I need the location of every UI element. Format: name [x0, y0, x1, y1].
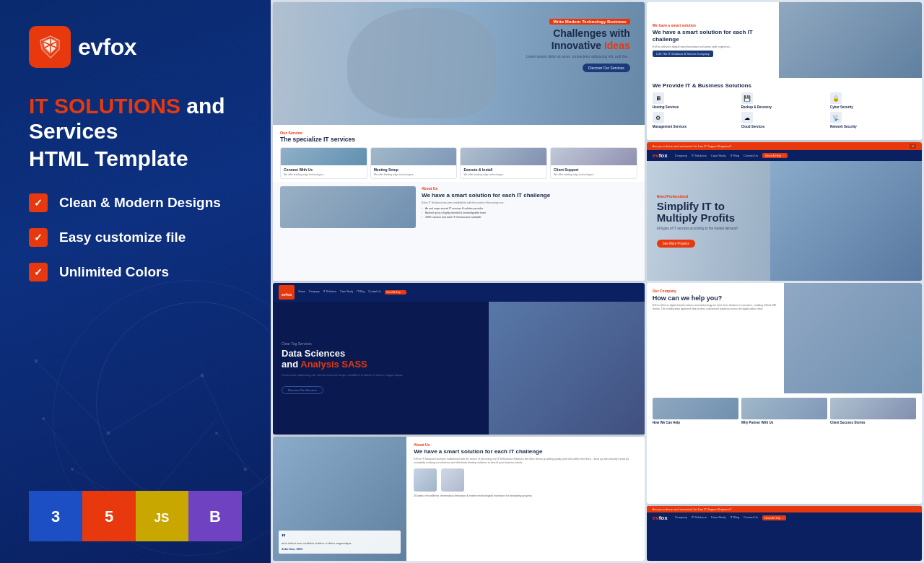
bl2-cert-img: [414, 468, 437, 492]
tr2-announce-close[interactable]: ✕: [910, 144, 916, 149]
br1-card-img-3: [830, 398, 916, 419]
ms-card-title-1: Connect With Us: [284, 167, 364, 172]
tr1-svc-label-3: Cyber Security: [830, 105, 916, 109]
screenshot-br-1: Our Company How can we help you? EvFox d…: [647, 283, 922, 504]
br2-nav-2[interactable]: IT Solutions: [692, 515, 707, 520]
br1-card-label-2: Why Partner With Us: [741, 419, 827, 426]
ms-smart-tag: About Us: [422, 186, 550, 191]
ms-hero-btn[interactable]: Discover Our Services: [583, 64, 630, 72]
br2-nav: evfox Company IT Solutions Case Study IT…: [647, 512, 922, 523]
bl1-nav-2[interactable]: Company: [309, 290, 320, 294]
bl1-title-l2: and: [282, 359, 300, 370]
bl2-cert-img-2: [441, 468, 464, 492]
ms-title-l1: Challenges with: [553, 27, 630, 39]
tr2-title-l2: Multiply Profits: [657, 211, 735, 224]
bl1-nav-3[interactable]: IT Solutions: [323, 290, 336, 294]
check-icon-2: [29, 228, 48, 247]
tr2-title-l1: Simplify IT to: [657, 200, 725, 212]
screenshot-br-2: Are you a driven and motivated 1st Line …: [647, 506, 922, 562]
tr2-announce-bar: Are you a driven and motivated 1st Line …: [647, 142, 922, 150]
bl1-nav-6[interactable]: Contact Us: [368, 290, 380, 294]
bl2-cert-area: [414, 468, 637, 492]
tr1-services-grid: 🖥 Hosting Services 💾 Backup & Recovery 🔒: [653, 92, 916, 128]
tr2-pretag: Need Professional: [657, 194, 738, 198]
ms-hero-title: Challenges with Innovative Ideas: [526, 27, 630, 52]
ms-card-3: Execute & Install We offer leading-edge …: [460, 147, 547, 180]
screenshot-top-right: We have a smart solution We have a smart…: [647, 2, 922, 281]
bl1-title: Data Sciences and Analysis SASS: [282, 349, 636, 370]
bl1-btn[interactable]: Discover Our Services: [282, 386, 323, 394]
svg-line-0: [36, 361, 108, 433]
badge-bootstrap: B: [188, 491, 242, 541]
svg-point-12: [71, 468, 74, 471]
br2-nav-4[interactable]: IT Blog: [731, 515, 740, 520]
br2-nav-1[interactable]: Company: [675, 515, 687, 520]
bl1-nav-7[interactable]: Need A Help →: [385, 290, 406, 294]
tr2-nav-item-5[interactable]: Contact Us: [744, 154, 758, 157]
bl2-about-tag: About Us: [414, 442, 637, 447]
screenshot-bl-2: " ad ut dolores tenur incididunt ut labo…: [273, 437, 645, 561]
svg-line-2: [202, 375, 245, 469]
br1-top: Our Company How can we help you? EvFox d…: [647, 283, 922, 393]
ms-card-text-4: We offer leading-edge technologies...: [554, 173, 634, 177]
svg-point-8: [107, 432, 110, 435]
br2-nav-5[interactable]: Contact Us: [744, 515, 758, 520]
ms-smart-title: We have a smart solution for each IT cha…: [422, 192, 550, 199]
tr1-svc-label-2: Backup & Recovery: [741, 105, 827, 109]
ms-smart-text: Evfox IT Solutions has been established …: [422, 201, 550, 205]
logo-icon: [29, 26, 71, 68]
ms-card-img-3: [461, 148, 546, 165]
bl2-img: " ad ut dolores tenur incididunt ut labo…: [273, 437, 406, 561]
br2-nav-3[interactable]: Case Study: [711, 515, 726, 520]
br1-pretag: Our Company: [653, 289, 779, 293]
tr2-btn[interactable]: See More Projects: [657, 240, 695, 248]
tr2-nav-item-1[interactable]: Company: [675, 154, 687, 157]
br2-nav-6[interactable]: Need A Help →: [762, 515, 786, 520]
feature-label-3: Unlimited Colors: [59, 264, 169, 280]
br2-announce: Are you a driven and motivated 1st Line …: [647, 506, 922, 512]
ms-hero: Write Modern Technology Business Challen…: [273, 2, 645, 125]
tr1-svc-label-5: Cloud Services: [741, 125, 827, 128]
ms-title-highlight: Ideas: [604, 40, 630, 51]
tr1-svc-1: 🖥 Hosting Services: [653, 92, 738, 109]
tr2-person-img: [770, 161, 922, 280]
tr1-svc-2: 💾 Backup & Recovery: [741, 92, 827, 109]
ms-card-4: Client Support We offer leading-edge tec…: [550, 147, 637, 180]
feature-label-1: Clean & Modern Designs: [59, 195, 221, 211]
bl1-nav: evfox Home Company IT Solutions Case Stu…: [273, 283, 645, 302]
br1-hero-img: [784, 283, 922, 393]
tr2-nav-item-6[interactable]: Need A Help →: [762, 153, 788, 158]
tr1-sub: EvFox delivers digital transformation so…: [653, 45, 773, 48]
ms-smart-content: About Us We have a smart solution for ea…: [422, 186, 550, 219]
badge-js: JS: [136, 491, 189, 541]
br1-card-img-2: [741, 398, 827, 419]
ms-title-l2: Innovative: [552, 40, 604, 51]
ms-smart-li-1: An and super scored IT services & soluti…: [422, 207, 550, 210]
tr2-nav-item-2[interactable]: IT Solutions: [692, 154, 707, 157]
bl1-nav-4[interactable]: Case Study: [340, 290, 353, 294]
tr2-nav-item-3[interactable]: Case Study: [711, 154, 726, 157]
bl1-pretag: Clear Tag Services: [282, 341, 636, 346]
tr1-hero-img: [779, 2, 922, 78]
headline-red: IT SOLUTIONS: [29, 94, 180, 118]
tr1-it-biz: We Provide IT & Business Solutions 🖥 Hos…: [647, 78, 922, 140]
bl1-nav-5[interactable]: IT Blog: [357, 290, 365, 294]
bl1-nav-1[interactable]: Home: [298, 290, 305, 294]
tr1-it-title: We Provide IT & Business Solutions: [653, 82, 916, 89]
bl1-title-l1: Data Sciences: [282, 348, 345, 359]
logo-text: evfox: [78, 34, 136, 61]
br1-card-3: Client Success Stories: [830, 398, 916, 426]
bl1-nav-items: Home Company IT Solutions Case Study IT …: [298, 290, 406, 294]
screenshots-row-2: evfox Home Company IT Solutions Case Stu…: [273, 283, 922, 562]
ms-card-title-3: Execute & Install: [463, 167, 544, 172]
ms-cards: Connect With Us We offer leading-edge te…: [280, 147, 637, 180]
tech-badges: 3 5 JS B: [29, 491, 242, 541]
bl2-title: We have a smart solution for each IT cha…: [414, 448, 637, 455]
ms-card-text-2: We offer leading-edge technologies...: [374, 173, 454, 177]
ms-card-text-1: We offer leading-edge technologies...: [284, 173, 364, 177]
tr2-nav-item-4[interactable]: IT Blog: [731, 154, 740, 157]
feature-item-2: Easy customize file: [29, 228, 242, 247]
bl1-logo-text: evfox: [282, 292, 292, 297]
br2-nav-items: Company IT Solutions Case Study IT Blog …: [675, 515, 787, 520]
screenshot-bl-1: evfox Home Company IT Solutions Case Stu…: [273, 283, 645, 435]
